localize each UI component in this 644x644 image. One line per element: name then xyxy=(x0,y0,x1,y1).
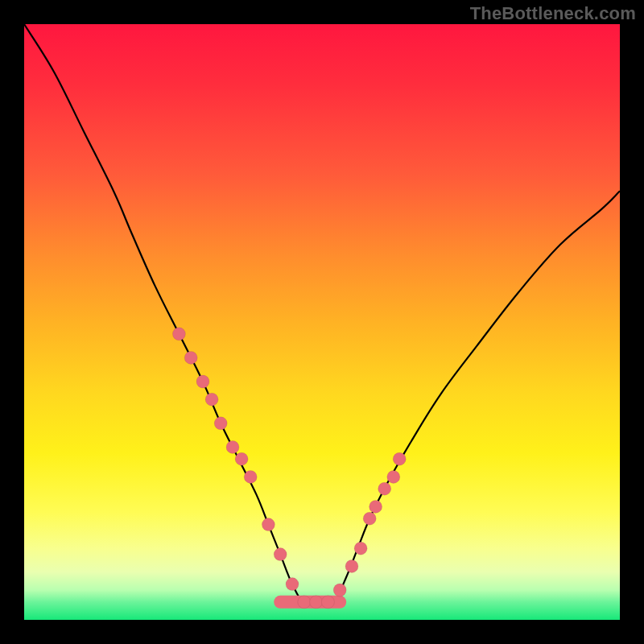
marker-group xyxy=(172,328,406,609)
marker-dot xyxy=(393,452,406,465)
marker-dot xyxy=(387,470,400,483)
bottleneck-curve xyxy=(24,24,620,604)
chart-svg xyxy=(24,24,620,620)
marker-dot xyxy=(333,584,346,597)
marker-dot xyxy=(184,351,197,364)
marker-dot xyxy=(205,393,218,406)
marker-dot xyxy=(310,596,323,609)
marker-dot xyxy=(286,578,299,591)
plot-area xyxy=(24,24,620,620)
marker-dot xyxy=(226,440,239,453)
marker-dot xyxy=(363,512,376,525)
marker-dot xyxy=(262,518,275,531)
marker-dot xyxy=(369,500,382,513)
marker-dot xyxy=(172,328,185,341)
marker-dot xyxy=(244,470,257,483)
marker-dot xyxy=(214,417,227,430)
marker-dot xyxy=(354,542,367,555)
marker-dot xyxy=(298,596,311,609)
marker-dot xyxy=(196,375,209,388)
marker-dot xyxy=(345,559,358,572)
marker-dot xyxy=(274,548,287,561)
marker-dot xyxy=(235,452,248,465)
watermark-text: TheBottleneck.com xyxy=(470,3,636,24)
marker-dot xyxy=(321,596,334,609)
marker-dot xyxy=(378,482,391,495)
chart-frame: TheBottleneck.com xyxy=(0,0,644,644)
